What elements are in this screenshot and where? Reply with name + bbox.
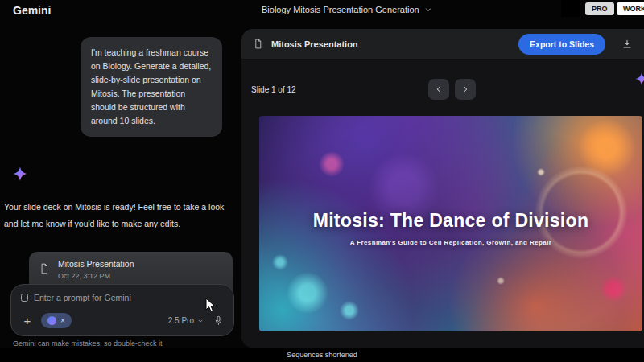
gemini-app: Gemini Biology Mitosis Presentation Gene… (0, 0, 644, 362)
canvas-panel: Mitosis Presentation Export to Slides Sl… (242, 29, 644, 348)
slide-text-block: Mitosis: The Dance of Division A Freshma… (259, 116, 642, 331)
assistant-response-text: Your slide deck on Mitosis is ready! Fee… (4, 199, 236, 232)
slide-preview: Mitosis: The Dance of Division A Freshma… (259, 116, 642, 331)
slide-title: Mitosis: The Dance of Division (313, 210, 589, 232)
prompt-input-box[interactable]: + × 2.5 Pro (10, 284, 234, 336)
disclaimer-text: Gemini can make mistakes, so double-chec… (13, 339, 232, 348)
prompt-input-row (21, 293, 224, 302)
canvas-header: Mitosis Presentation Export to Slides (242, 29, 644, 60)
avatar[interactable] (561, 0, 580, 17)
pro-badge: PRO (585, 2, 614, 15)
tool-chip-close-icon[interactable]: × (60, 317, 65, 325)
tool-chip-icon (47, 316, 56, 325)
tool-chip[interactable]: × (41, 313, 72, 328)
gemini-logo: Gemini (13, 4, 51, 17)
export-to-slides-button[interactable]: Export to Slides (518, 34, 605, 55)
slide-navigation (428, 79, 476, 100)
artifact-timestamp: Oct 22, 3:12 PM (58, 272, 110, 280)
microphone-icon[interactable] (213, 315, 224, 326)
sparkle-icon[interactable] (635, 72, 644, 85)
conversation-title-dropdown[interactable]: Biology Mitosis Presentation Generation (262, 5, 432, 14)
prompt-input[interactable] (34, 293, 224, 302)
download-icon[interactable] (621, 39, 633, 50)
add-attachment-button[interactable]: + (21, 315, 34, 327)
canvas-doc-title: Mitosis Presentation (271, 39, 358, 49)
model-selector[interactable]: 2.5 Pro (168, 316, 204, 325)
chevron-down-icon (424, 6, 432, 14)
artifact-title: Mitosis Presentation (58, 259, 134, 269)
user-message-bubble: I'm teaching a freshman course on Biolog… (80, 37, 222, 137)
sequences-shortened-note: Sequences shortened (287, 348, 357, 362)
document-icon (39, 263, 50, 274)
chevron-down-icon (197, 318, 204, 324)
model-label: 2.5 Pro (168, 316, 194, 325)
prompt-leading-icon (21, 294, 28, 302)
status-strip: Sequences shortened (0, 348, 644, 362)
next-slide-button[interactable] (455, 79, 476, 100)
gemini-sparkle-icon (13, 167, 27, 181)
prompt-toolbar: + × 2.5 Pro (21, 313, 224, 328)
conversation-title: Biology Mitosis Presentation Generation (262, 5, 419, 14)
slide-counter: Slide 1 of 12 (251, 85, 296, 94)
slide-subtitle: A Freshman's Guide to Cell Replication, … (350, 239, 552, 246)
previous-slide-button[interactable] (428, 79, 449, 100)
work-badge: WORK (617, 2, 644, 15)
document-icon (253, 39, 263, 49)
slide-viewer: Slide 1 of 12 Mitosis: The Dance of Divi… (242, 60, 644, 348)
